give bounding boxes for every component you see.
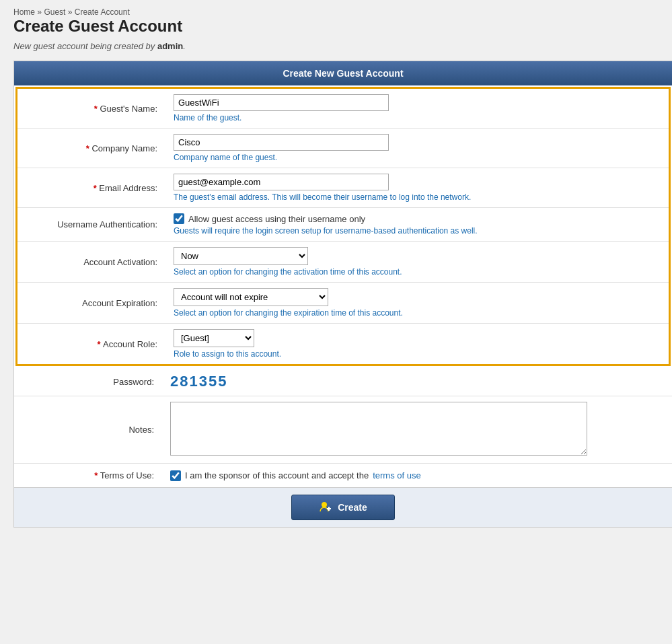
username-auth-checkbox-row: Allow guest access using their username … [174, 213, 661, 224]
guest-name-input[interactable] [174, 94, 389, 111]
account-activation-hint: Select an option for changing the activa… [174, 267, 661, 277]
notes-row: Notes: [14, 396, 672, 464]
company-name-value-cell: Company name of the guest. [165, 129, 669, 168]
email-label: * Email Address: [17, 168, 165, 208]
page-title: Create Guest Account [13, 17, 659, 36]
username-auth-row: Username Authentication: Allow guest acc… [17, 208, 669, 242]
account-role-row: * Account Role: [Guest] [Employee] [Cont… [17, 324, 669, 365]
form-header: Create New Guest Account [14, 61, 672, 85]
company-name-input[interactable] [174, 134, 389, 151]
company-name-row: * Company Name: Company name of the gues… [17, 129, 669, 168]
password-value-cell: 281355 [162, 367, 672, 396]
user-add-icon [319, 501, 332, 514]
create-button-label: Create [338, 502, 367, 513]
breadcrumb: Home » Guest » Create Account [13, 7, 659, 17]
email-input[interactable] [174, 174, 389, 190]
form-table: * Guest's Name: Name of the guest. * Com… [17, 89, 669, 364]
username-auth-hint: Guests will require the login screen set… [174, 226, 661, 236]
username-auth-checkbox-label: Allow guest access using their username … [188, 214, 365, 224]
terms-label: * Terms of Use: [14, 464, 162, 488]
notes-value-cell [162, 396, 672, 464]
terms-checkbox-row: I am the sponsor of this account and acc… [170, 470, 664, 481]
notes-textarea[interactable] [170, 402, 587, 456]
company-name-label: * Company Name: [17, 129, 165, 168]
create-button[interactable]: Create [291, 495, 395, 520]
password-display: 281355 [170, 373, 227, 390]
bottom-section: Create [14, 487, 672, 527]
email-value-cell: The guest's email address. This will bec… [165, 168, 669, 208]
username-auth-checkbox[interactable] [174, 213, 184, 224]
guest-name-label: * Guest's Name: [17, 89, 165, 129]
password-row: Password: 281355 [14, 367, 672, 396]
username-auth-label: Username Authentication: [17, 208, 165, 242]
account-role-select[interactable]: [Guest] [Employee] [Contractor] [174, 329, 254, 347]
account-activation-value-cell: Now On first login Specific date Select … [165, 242, 669, 283]
account-activation-row: Account Activation: Now On first login S… [17, 242, 669, 283]
notes-label: Notes: [14, 396, 162, 464]
account-activation-select[interactable]: Now On first login Specific date [174, 247, 308, 265]
svg-point-0 [322, 502, 327, 507]
company-name-hint: Company name of the guest. [174, 153, 661, 162]
account-activation-label: Account Activation: [17, 242, 165, 283]
account-expiration-select[interactable]: Account will not expire 1 hour 1 day 1 w… [174, 288, 328, 306]
terms-row: * Terms of Use: I am the sponsor of this… [14, 464, 672, 488]
account-expiration-value-cell: Account will not expire 1 hour 1 day 1 w… [165, 283, 669, 324]
terms-checkbox[interactable] [170, 470, 181, 481]
guest-name-value-cell: Name of the guest. [165, 89, 669, 129]
username-auth-value-cell: Allow guest access using their username … [165, 208, 669, 242]
page-subtitle: New guest account being created by admin… [13, 41, 659, 51]
account-role-value-cell: [Guest] [Employee] [Contractor] Role to … [165, 324, 669, 365]
email-hint: The guest's email address. This will bec… [174, 192, 661, 202]
password-label: Password: [14, 367, 162, 396]
terms-value-cell: I am the sponsor of this account and acc… [162, 464, 672, 488]
guest-name-row: * Guest's Name: Name of the guest. [17, 89, 669, 129]
account-expiration-hint: Select an option for changing the expira… [174, 308, 661, 318]
account-role-hint: Role to assign to this account. [174, 349, 661, 359]
account-expiration-label: Account Expiration: [17, 283, 165, 324]
email-row: * Email Address: The guest's email addre… [17, 168, 669, 208]
form-container: Create New Guest Account * Guest's Name:… [13, 61, 672, 528]
account-expiration-row: Account Expiration: Account will not exp… [17, 283, 669, 324]
terms-text-prefix: I am the sponsor of this account and acc… [185, 470, 369, 480]
account-role-label: * Account Role: [17, 324, 165, 365]
highlighted-section: * Guest's Name: Name of the guest. * Com… [15, 87, 671, 366]
breadcrumb-text: Home » Guest » Create Account [13, 7, 130, 17]
guest-name-hint: Name of the guest. [174, 113, 661, 122]
terms-of-use-link[interactable]: terms of use [373, 470, 421, 480]
lower-form-table: Password: 281355 Notes: * Terms of Use: [14, 367, 672, 487]
